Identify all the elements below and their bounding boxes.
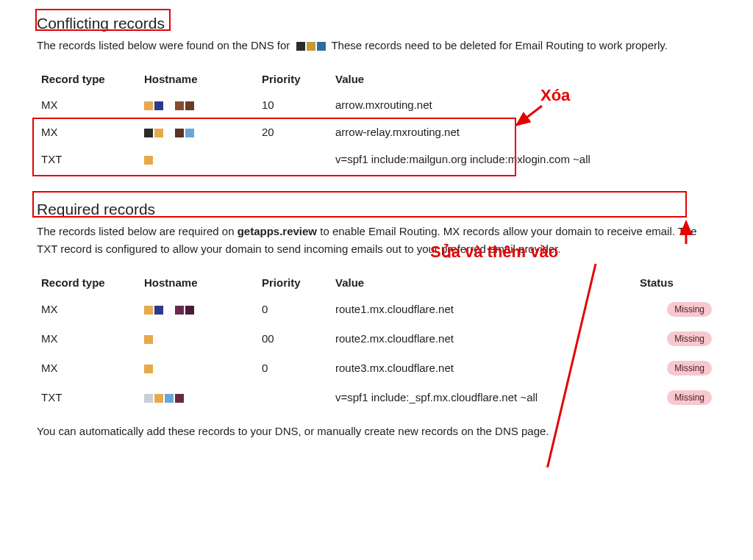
status-badge: Missing: [667, 361, 712, 376]
table-row: MX0route1.mx.cloudflare.netMissing: [37, 295, 716, 324]
status-badge: Missing: [667, 331, 712, 346]
hostname-pixelated: [144, 365, 153, 373]
cell-host: [140, 324, 257, 353]
cell-pri: [257, 146, 331, 173]
cell-val: arrow.mxrouting.net: [331, 91, 716, 118]
required-footnote: You can automatically add these records …: [37, 423, 716, 439]
required-table: Record type Hostname Priority Value Stat…: [37, 270, 716, 412]
cell-pri: [257, 383, 331, 412]
required-section: Required records The records listed belo…: [37, 201, 716, 439]
cell-val: route3.mx.cloudflare.net: [331, 353, 635, 383]
cell-pri: 20: [257, 118, 331, 146]
cell-type: TXT: [37, 383, 140, 412]
cell-type: MX: [37, 353, 140, 383]
hostname-pixelated: [144, 335, 153, 344]
cell-type: MX: [37, 91, 140, 118]
cell-host: [140, 118, 257, 146]
conflicting-section: Conflicting records The records listed b…: [37, 15, 716, 173]
col-header-status: Status: [635, 270, 716, 295]
col-header-host: Hostname: [140, 67, 257, 91]
cell-val: route2.mx.cloudflare.net: [331, 324, 635, 353]
required-desc-bold: getapps.review: [238, 225, 317, 237]
conflicting-desc-pre: The records listed below were found on t…: [37, 39, 290, 51]
col-header-val: Value: [331, 67, 716, 91]
cell-val: route1.mx.cloudflare.net: [331, 295, 635, 324]
col-header-host: Hostname: [140, 270, 257, 295]
hostname-pixelated: [144, 306, 194, 315]
cell-pri: 10: [257, 91, 331, 118]
cell-type: MX: [37, 295, 140, 324]
cell-status: Missing: [635, 295, 716, 324]
hostname-pixelated: [144, 394, 194, 403]
conflicting-desc: The records listed below were found on t…: [37, 37, 716, 54]
cell-type: TXT: [37, 146, 140, 173]
cell-status: Missing: [635, 383, 716, 412]
cell-val: v=spf1 include:_spf.mx.cloudflare.net ~a…: [331, 383, 635, 412]
cell-type: MX: [37, 118, 140, 146]
cell-host: [140, 383, 257, 412]
conflicting-heading: Conflicting records: [37, 15, 716, 32]
cell-val: v=spf1 include:mailgun.org include:mxlog…: [331, 146, 716, 173]
cell-host: [140, 353, 257, 383]
cell-val: arrow-relay.mxrouting.net: [331, 118, 716, 146]
table-row: TXTv=spf1 include:mailgun.org include:mx…: [37, 146, 716, 173]
cell-host: [140, 295, 257, 324]
col-header-type: Record type: [37, 270, 140, 295]
cell-host: [140, 146, 257, 173]
cell-status: Missing: [635, 324, 716, 353]
col-header-val: Value: [331, 270, 635, 295]
required-desc: The records listed below are required on…: [37, 223, 716, 257]
col-header-type: Record type: [37, 67, 140, 91]
domain-pixelated: [296, 42, 326, 51]
table-row: MX20arrow-relay.mxrouting.net: [37, 118, 716, 146]
required-desc-a: The records listed below are required on: [37, 225, 238, 237]
col-header-pri: Priority: [257, 270, 331, 295]
col-header-pri: Priority: [257, 67, 331, 91]
cell-type: MX: [37, 324, 140, 353]
hostname-pixelated: [144, 156, 153, 165]
required-heading: Required records: [37, 201, 716, 218]
table-row: MX0route3.mx.cloudflare.netMissing: [37, 353, 716, 383]
table-row: MX00route2.mx.cloudflare.netMissing: [37, 324, 716, 353]
cell-pri: 00: [257, 324, 331, 353]
table-row: TXTv=spf1 include:_spf.mx.cloudflare.net…: [37, 383, 716, 412]
conflicting-desc-post: These records need to be deleted for Ema…: [331, 39, 667, 51]
conflicting-table: Record type Hostname Priority Value MX10…: [37, 67, 716, 173]
status-badge: Missing: [667, 302, 712, 317]
hostname-pixelated: [144, 101, 194, 110]
cell-host: [140, 91, 257, 118]
hostname-pixelated: [144, 129, 194, 137]
cell-pri: 0: [257, 295, 331, 324]
cell-pri: 0: [257, 353, 331, 383]
cell-status: Missing: [635, 353, 716, 383]
status-badge: Missing: [667, 390, 712, 405]
table-row: MX10arrow.mxrouting.net: [37, 91, 716, 118]
